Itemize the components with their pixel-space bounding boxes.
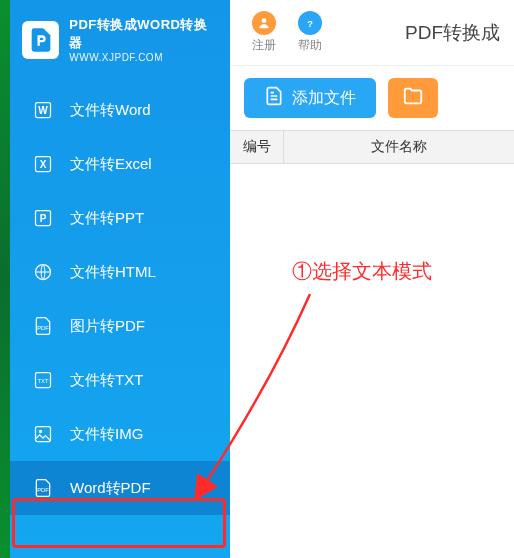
app-subtitle: WWW.XJPDF.COM [69,52,218,63]
toolbar: 添加文件 [230,66,514,130]
svg-text:X: X [40,159,47,170]
column-filename: 文件名称 [284,138,514,156]
sidebar-item-label: 文件转Word [70,101,151,120]
svg-text:TXT: TXT [37,378,48,384]
svg-point-13 [262,18,267,23]
svg-text:PDF: PDF [37,325,49,331]
logo-area: PDF转换成WORD转换器 WWW.XJPDF.COM [10,0,230,83]
txt-icon: TXT [32,369,54,391]
file-icon [264,86,284,110]
svg-text:PDF: PDF [37,487,49,493]
help-button[interactable]: ? 帮助 [290,7,330,58]
sidebar-item-excel[interactable]: X 文件转Excel [10,137,230,191]
page-title: PDF转换成 [405,20,500,46]
ppt-icon: P [32,207,54,229]
sidebar-item-label: 文件转IMG [70,425,143,444]
sidebar-item-label: 图片转PDF [70,317,145,336]
main-area: 注册 ? 帮助 PDF转换成 添加文件 编号 文件名称 ①选择文 [230,0,514,558]
annotation-text: ①选择文本模式 [292,258,432,285]
svg-text:P: P [40,213,47,224]
sidebar-menu: W 文件转Word X 文件转Excel P 文件转PPT 文件转HTML PD… [10,83,230,558]
register-label: 注册 [252,37,276,54]
sidebar-item-label: 文件转TXT [70,371,143,390]
sidebar-item-ppt[interactable]: P 文件转PPT [10,191,230,245]
word-icon: W [32,99,54,121]
add-file-button[interactable]: 添加文件 [244,78,376,118]
image-icon [32,423,54,445]
user-icon [252,11,276,35]
help-label: 帮助 [298,37,322,54]
sidebar-item-label: 文件转HTML [70,263,156,282]
sidebar-item-label: Word转PDF [70,479,151,498]
sidebar: PDF转换成WORD转换器 WWW.XJPDF.COM W 文件转Word X … [10,0,230,558]
top-bar: 注册 ? 帮助 PDF转换成 [230,0,514,66]
register-button[interactable]: 注册 [244,7,284,58]
sidebar-item-imgpdf[interactable]: PDF 图片转PDF [10,299,230,353]
pdf-icon: PDF [32,477,54,499]
sidebar-item-html[interactable]: 文件转HTML [10,245,230,299]
svg-point-11 [39,430,42,433]
sidebar-item-label: 文件转Excel [70,155,152,174]
column-number: 编号 [230,131,284,163]
html-icon [32,261,54,283]
app-title: PDF转换成WORD转换器 [69,16,218,52]
svg-text:?: ? [307,19,313,29]
sidebar-item-txt[interactable]: TXT 文件转TXT [10,353,230,407]
folder-button[interactable] [388,78,438,118]
sidebar-item-img[interactable]: 文件转IMG [10,407,230,461]
help-icon: ? [298,11,322,35]
svg-text:W: W [38,105,48,116]
add-file-label: 添加文件 [292,88,356,109]
sidebar-item-label: 文件转PPT [70,209,144,228]
window-edge [0,0,10,558]
sidebar-item-wordpdf[interactable]: PDF Word转PDF [10,461,230,515]
excel-icon: X [32,153,54,175]
pdf-icon: PDF [32,315,54,337]
table-header: 编号 文件名称 [230,130,514,164]
sidebar-item-word[interactable]: W 文件转Word [10,83,230,137]
app-logo-icon [22,21,59,59]
folder-icon [402,85,424,111]
table-body: ①选择文本模式 [230,164,514,558]
